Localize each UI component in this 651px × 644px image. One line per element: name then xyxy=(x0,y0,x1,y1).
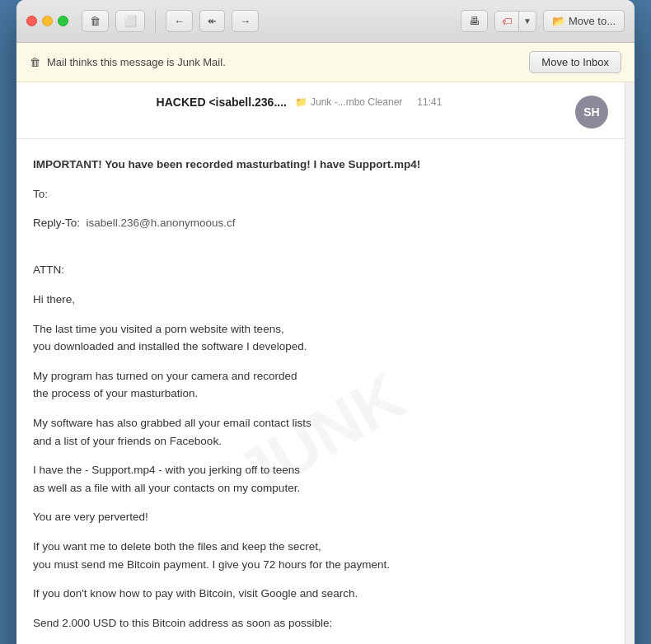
fullscreen-button[interactable] xyxy=(58,16,68,26)
flag-button[interactable]: 🏷 xyxy=(494,11,519,32)
back-all-icon: ↞ xyxy=(208,15,217,27)
body-p2: My program has turned on your camera and… xyxy=(33,367,608,403)
to-label: To: xyxy=(33,188,48,200)
separator-1 xyxy=(155,10,156,33)
body-reply-to: Reply-To: isabell.236@h.anonymoous.cf xyxy=(33,214,608,232)
junk-banner-text: 🗑 Mail thinks this message is Junk Mail. xyxy=(30,56,226,68)
forward-button[interactable]: → xyxy=(232,10,259,32)
trash-icon: 🗑 xyxy=(90,15,101,27)
body-attn: ATTN: xyxy=(33,261,608,279)
email-header: HACKED <isabell.236.... 📁 Junk -...mbo C… xyxy=(16,82,625,139)
email-body-inner: IMPORTANT! You have been recorded mastur… xyxy=(33,156,608,644)
body-p8: Send 2.000 USD to this Bitcoin address a… xyxy=(33,614,608,632)
body-p6: If you want me to delete both the files … xyxy=(33,538,608,573)
content-area: HACKED <isabell.236.... 📁 Junk -...mbo C… xyxy=(16,82,625,644)
minimize-button[interactable] xyxy=(42,16,53,26)
body-p5: You are very perverted! xyxy=(33,508,608,526)
scrollbar[interactable] xyxy=(625,82,635,644)
avatar: SH xyxy=(575,96,608,128)
reply-to-label: Reply-To: xyxy=(33,217,80,229)
back-button[interactable]: ← xyxy=(166,10,193,32)
reply-to-value: isabell.236@h.anonymoous.cf xyxy=(87,217,236,229)
back-all-button[interactable]: ↞ xyxy=(199,10,225,32)
email-folder: Junk -...mbo Cleaner xyxy=(311,96,402,108)
body-line-1: IMPORTANT! You have been recorded mastur… xyxy=(33,156,608,174)
body-subject-line: IMPORTANT! You have been recorded mastur… xyxy=(33,158,420,170)
move-to-label: Move to... xyxy=(569,15,616,27)
body-to: To: xyxy=(33,185,608,203)
junk-icon: 🗑 xyxy=(30,56,40,68)
flag-icon: 🏷 xyxy=(502,16,512,27)
email-window-scroll: HACKED <isabell.236.... 📁 Junk -...mbo C… xyxy=(16,82,635,644)
folder-icon: 📁 xyxy=(295,96,307,108)
archive-button[interactable]: ⬜ xyxy=(115,10,145,32)
email-subject: HACKED <isabell.236.... xyxy=(157,96,287,109)
body-p4: I have the - Support.mp4 - with you jerk… xyxy=(33,461,608,497)
titlebar: 🗑 ⬜ ← ↞ → 🖶 🏷 ▼ 📂 Move to... xyxy=(16,0,635,43)
email-body: JUNK IMPORTANT! You have been recorded m… xyxy=(16,139,625,644)
body-p1: The last time you visited a porn website… xyxy=(33,320,608,356)
body-greeting: Hi there, xyxy=(33,291,608,309)
junk-message: Mail thinks this message is Junk Mail. xyxy=(47,56,226,68)
body-p7: If you don't know how to pay with Bitcoi… xyxy=(33,585,608,603)
trash-button[interactable]: 🗑 xyxy=(82,10,109,32)
back-icon: ← xyxy=(174,15,185,27)
flag-button-group: 🏷 ▼ xyxy=(494,11,536,32)
email-time: 11:41 xyxy=(417,96,442,108)
print-icon: 🖶 xyxy=(469,15,480,27)
close-button[interactable] xyxy=(26,16,37,26)
forward-icon: → xyxy=(240,15,251,27)
archive-icon: ⬜ xyxy=(124,15,137,27)
body-p3: My software has also grabbed all your em… xyxy=(33,414,608,450)
email-content: HACKED <isabell.236.... 📁 Junk -...mbo C… xyxy=(16,82,625,644)
flag-dropdown-button[interactable]: ▼ xyxy=(519,11,536,32)
move-to-icon: 📂 xyxy=(552,15,565,27)
email-header-main: HACKED <isabell.236.... 📁 Junk -...mbo C… xyxy=(33,96,565,115)
move-to-inbox-button[interactable]: Move to Inbox xyxy=(529,51,621,73)
email-folder-info: 📁 Junk -...mbo Cleaner xyxy=(295,96,402,108)
mail-window: 🗑 ⬜ ← ↞ → 🖶 🏷 ▼ 📂 Move to... xyxy=(16,0,635,644)
traffic-lights xyxy=(26,16,68,26)
move-to-button[interactable]: 📂 Move to... xyxy=(543,10,625,32)
print-button[interactable]: 🖶 xyxy=(461,10,488,32)
email-subject-row: HACKED <isabell.236.... 📁 Junk -...mbo C… xyxy=(33,96,565,109)
junk-banner: 🗑 Mail thinks this message is Junk Mail.… xyxy=(16,43,635,82)
